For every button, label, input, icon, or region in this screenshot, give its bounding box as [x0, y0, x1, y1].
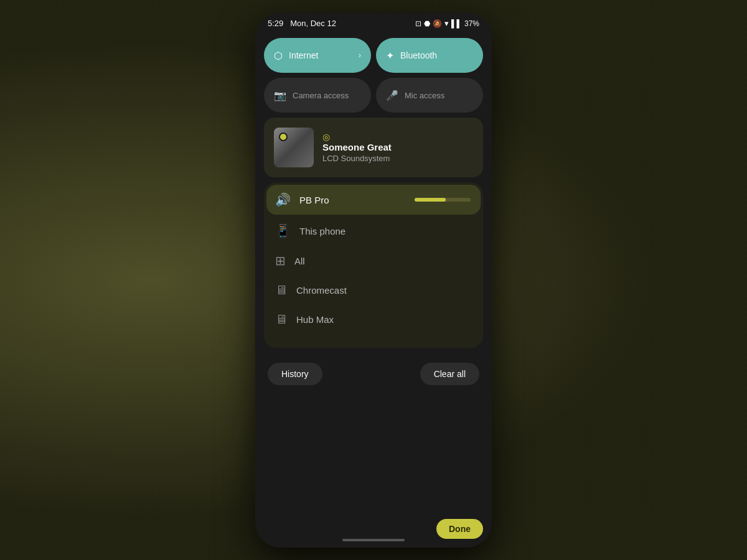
battery-icon: 37% [464, 19, 479, 28]
bluetooth-status-icon: ⬣ [424, 19, 430, 28]
device-this-phone[interactable]: 📱 This phone [266, 216, 481, 246]
signal-icon: ▌▌ [451, 19, 462, 28]
done-button[interactable]: Done [436, 519, 483, 539]
all-devices-icon: ⊞ [275, 253, 286, 268]
device-all[interactable]: ⊞ All [266, 246, 481, 276]
status-bar: 5:29 Mon, Dec 12 ⊡ ⬣ 🔕 ▾ ▌▌ 37% [255, 12, 492, 33]
internet-label: Internet [289, 50, 318, 60]
clear-all-button[interactable]: Clear all [420, 363, 479, 385]
mic-tile[interactable]: 🎤 Mic access [376, 78, 483, 113]
qs-row-2: 📷 Camera access 🎤 Mic access [264, 78, 483, 113]
mic-label: Mic access [405, 91, 444, 100]
internet-tile[interactable]: ⬡ Internet › [264, 38, 371, 73]
phone-icon: 📱 [275, 223, 291, 238]
phone-frame: 5:29 Mon, Dec 12 ⊡ ⬣ 🔕 ▾ ▌▌ 37% ⬡ Intern… [255, 12, 492, 548]
wifi-icon: ▾ [444, 19, 449, 28]
history-button[interactable]: History [268, 363, 322, 385]
camera-label: Camera access [293, 91, 349, 100]
home-indicator [342, 539, 405, 541]
bluetooth-label: Bluetooth [400, 50, 437, 60]
cast-icon: ⊡ [415, 19, 421, 28]
media-card: ◎ Someone Great LCD Soundsystem [264, 118, 483, 177]
wifi-tile-icon: ⬡ [274, 50, 283, 62]
bluetooth-tile-icon: ✦ [386, 50, 394, 62]
hub-max-label: Hub Max [296, 314, 334, 325]
status-time: 5:29 Mon, Dec 12 [268, 19, 336, 28]
pb-pro-label: PB Pro [299, 195, 329, 205]
artist-name: LCD Soundsystem [322, 154, 473, 163]
camera-tile-icon: 📷 [274, 90, 286, 101]
media-info: ◎ Someone Great LCD Soundsystem [322, 132, 473, 163]
bottom-buttons: History Clear all [255, 354, 492, 394]
album-art [274, 128, 314, 167]
bluetooth-tile[interactable]: ✦ Bluetooth [376, 38, 483, 73]
music-note-icon: ◎ [322, 132, 330, 142]
speaker-icon: 🔊 [275, 192, 291, 207]
status-icons: ⊡ ⬣ 🔕 ▾ ▌▌ 37% [415, 19, 479, 28]
this-phone-label: This phone [299, 226, 345, 236]
chromecast-label: Chromecast [296, 285, 347, 296]
quick-settings: ⬡ Internet › ✦ Bluetooth 📷 Camera access… [255, 33, 492, 113]
output-panel: 🔊 PB Pro 📱 This phone ⊞ All 🖥 Chromecast [264, 182, 483, 348]
all-label: All [294, 256, 305, 266]
device-hub-max[interactable]: 🖥 Hub Max [266, 305, 481, 334]
qs-row-1: ⬡ Internet › ✦ Bluetooth [264, 38, 483, 73]
camera-tile[interactable]: 📷 Camera access [264, 78, 371, 113]
chromecast-icon: 🖥 [275, 283, 288, 297]
hub-max-icon: 🖥 [275, 312, 288, 327]
song-title: Someone Great [322, 142, 473, 152]
device-chromecast[interactable]: 🖥 Chromecast [266, 276, 481, 305]
device-pb-pro[interactable]: 🔊 PB Pro [266, 185, 481, 215]
mic-tile-icon: 🎤 [386, 90, 398, 101]
chevron-icon: › [359, 51, 361, 60]
silent-icon: 🔕 [433, 19, 442, 28]
